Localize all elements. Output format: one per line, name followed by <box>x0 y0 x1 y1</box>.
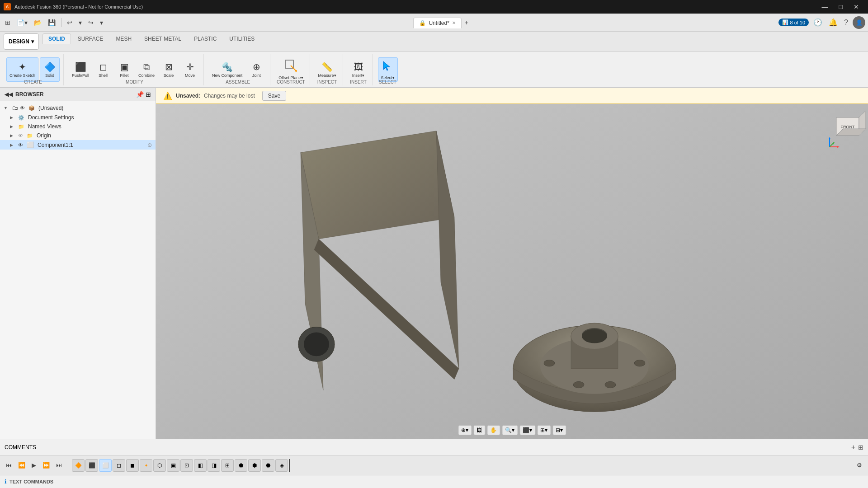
snap-button[interactable]: ⊕▾ <box>458 425 472 435</box>
timeline-feature-10[interactable]: ◧ <box>194 459 207 472</box>
layout-button[interactable]: ⊟▾ <box>552 425 566 435</box>
timeline-end-button[interactable]: ⏭ <box>54 460 64 470</box>
solid-label: Solid <box>45 73 54 78</box>
browser-pin-button[interactable]: 📌 <box>136 91 144 98</box>
capture-image-button[interactable]: 🖼 <box>473 425 485 435</box>
root-icon: 🗂 <box>12 104 18 112</box>
timeline-prev-button[interactable]: ⏪ <box>16 460 28 470</box>
separator <box>61 18 61 27</box>
notification-button[interactable]: 🔔 <box>827 16 840 28</box>
select-btn[interactable]: Select▾ <box>378 57 398 82</box>
create-sketch-button[interactable]: ✦ Create Sketch <box>6 57 38 82</box>
zoom-button[interactable]: 🔍▾ <box>502 425 518 435</box>
timeline-feature-3[interactable]: ⬜ <box>99 459 112 472</box>
assemble-btn1[interactable]: 🔩 New Component <box>209 57 245 82</box>
assemble-btn2[interactable]: ⊕ Joint <box>246 57 266 82</box>
tree-item-origin[interactable]: ▶ 👁 📁 Origin <box>0 131 156 140</box>
timeline-feature-5[interactable]: ◼ <box>126 459 139 472</box>
timeline-feature-15[interactable]: ⬣ <box>262 459 274 472</box>
visibility-icon-root[interactable]: 👁 <box>20 105 25 111</box>
timeline-feature-13[interactable]: ⬟ <box>235 459 247 472</box>
maximize-button[interactable]: □ <box>834 0 848 14</box>
tab-utilities[interactable]: UTILITIES <box>223 33 260 44</box>
timeline-feature-14[interactable]: ⬢ <box>248 459 261 472</box>
grid-menu-button[interactable]: ⊞ <box>3 18 13 28</box>
tree-item-doc-settings[interactable]: ▶ ⚙️ Document Settings <box>0 113 156 122</box>
help-button[interactable]: ? <box>842 17 850 28</box>
visibility-icon-component[interactable]: 👁 <box>18 142 23 148</box>
timeline-feature-8[interactable]: ▣ <box>167 459 179 472</box>
tree-arrow-root[interactable]: ▼ <box>4 106 10 110</box>
visibility-icon-origin[interactable]: 👁 <box>18 133 23 138</box>
undo-button[interactable]: ↩ <box>65 18 75 28</box>
grid-button[interactable]: ⊞▾ <box>537 425 551 435</box>
display-mode-button[interactable]: ⬛▾ <box>519 425 535 435</box>
view-cube[interactable]: FRONT <box>827 108 863 145</box>
tab-plastic[interactable]: PLASTIC <box>188 33 222 44</box>
undo-dropdown[interactable]: ▾ <box>76 18 84 28</box>
close-button[interactable]: ✕ <box>848 0 864 14</box>
timeline-next-button[interactable]: ⏩ <box>40 460 52 470</box>
clock-button[interactable]: 🕐 <box>811 16 824 28</box>
tree-arrow-doc[interactable]: ▶ <box>10 115 16 120</box>
tab-close-button[interactable]: ✕ <box>452 20 456 25</box>
fillet-button[interactable]: ▣ Fillet <box>114 57 134 82</box>
expand-comments-button[interactable]: ⊞ <box>858 444 863 451</box>
timeline-feature-6[interactable]: 🔸 <box>140 459 152 472</box>
inspect-btn[interactable]: 📏 Measure▾ <box>316 57 339 82</box>
save-action-button[interactable]: Save <box>262 91 286 101</box>
construct-btn[interactable]: Offset Plane▾ <box>276 57 306 82</box>
timeline-feature-2[interactable]: ⬛ <box>85 459 98 472</box>
minimize-button[interactable]: — <box>816 0 834 14</box>
push-pull-icon: ⬛ <box>75 61 86 72</box>
tree-item-component[interactable]: ▶ 👁 ⬜ Component1:1 ⊙ <box>0 140 156 150</box>
canvas-area[interactable]: FRONT ⊕▾ 🖼 ✋ 🔍▾ ⬛▾ ⊞▾ ⊟▾ <box>156 104 868 439</box>
solid-button[interactable]: 🔷 Solid <box>40 57 60 82</box>
timeline-feature-11[interactable]: ◨ <box>208 459 220 472</box>
tree-item-named-views[interactable]: ▶ 📁 Named Views <box>0 122 156 131</box>
timeline-feature-7[interactable]: ⬡ <box>153 459 166 472</box>
add-comment-button[interactable]: + <box>851 443 855 451</box>
timeline-feature-16[interactable]: ◈ <box>275 459 288 472</box>
tab-surface[interactable]: SURFACE <box>72 33 109 44</box>
tab-title: Untitled* <box>429 20 449 26</box>
svg-point-21 <box>582 329 607 343</box>
timeline-feature-1[interactable]: 🔶 <box>72 459 85 472</box>
pan-button[interactable]: ✋ <box>487 425 500 435</box>
tree-arrow-origin[interactable]: ▶ <box>10 133 16 138</box>
timeline-playhead[interactable] <box>289 459 290 472</box>
tree-arrow-views[interactable]: ▶ <box>10 124 16 129</box>
redo-button[interactable]: ↪ <box>86 18 96 28</box>
timeline-settings-button[interactable]: ⚙ <box>854 460 864 470</box>
timeline-play-button[interactable]: ▶ <box>29 460 38 470</box>
tab-mesh[interactable]: MESH <box>110 33 137 44</box>
tree-item-root[interactable]: ▼ 🗂 👁 📦 (Unsaved) <box>0 103 156 113</box>
insert-btn[interactable]: 🖼 Insert▾ <box>349 57 368 82</box>
tab-sheet-metal[interactable]: SHEET METAL <box>138 33 187 44</box>
timeline-feature-12[interactable]: ⊞ <box>221 459 234 472</box>
ribbon-tabs: SOLID SURFACE MESH SHEET METAL PLASTIC U… <box>42 32 868 44</box>
design-mode-button[interactable]: DESIGN ▾ <box>4 33 39 50</box>
add-tab-button[interactable]: + <box>462 18 471 28</box>
tree-arrow-component[interactable]: ▶ <box>10 143 16 147</box>
new-file-button[interactable]: 📄▾ <box>14 18 30 28</box>
push-pull-button[interactable]: ⬛ Push/Pull <box>69 57 92 82</box>
timeline-feature-9[interactable]: ⊡ <box>180 459 193 472</box>
move-button[interactable]: ✛ Move <box>180 57 200 82</box>
component-target-icon[interactable]: ⊙ <box>147 142 152 148</box>
assemble-icon2: ⊕ <box>253 61 260 72</box>
timeline-feature-4[interactable]: ◻ <box>113 459 125 472</box>
tab-area: 🔒 Untitled* ✕ + <box>107 17 777 28</box>
tab-solid[interactable]: SOLID <box>42 33 71 44</box>
active-file-tab[interactable]: 🔒 Untitled* ✕ <box>413 18 461 28</box>
redo-dropdown[interactable]: ▾ <box>98 18 105 28</box>
browser-expand-button[interactable]: ⊞ <box>146 91 151 98</box>
combine-button[interactable]: ⧉ Combine <box>136 57 157 82</box>
collapse-browser-icon[interactable]: ◀◀ <box>5 91 13 98</box>
scale-button[interactable]: ⊠ Scale <box>159 57 179 82</box>
user-avatar[interactable]: 👤 <box>853 16 865 29</box>
save-button[interactable]: 💾 <box>46 18 58 28</box>
timeline-start-button[interactable]: ⏮ <box>4 460 14 470</box>
open-button[interactable]: 📂 <box>32 18 44 28</box>
shell-button[interactable]: ◻ Shell <box>93 57 113 82</box>
